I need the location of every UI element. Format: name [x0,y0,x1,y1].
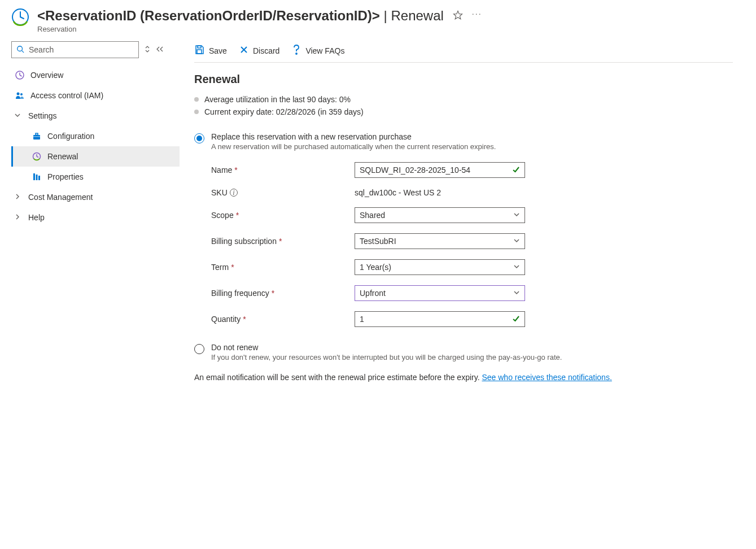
expand-collapse-icon[interactable] [145,45,150,55]
overview-icon [15,71,25,80]
name-input[interactable]: SQLDW_RI_02-28-2025_10-54 [355,162,525,178]
chevron-down-icon [513,263,520,272]
properties-icon [32,172,42,181]
status-text: Current expiry date: 02/28/2026 (in 359 … [204,107,364,116]
sidebar-item-label: Properties [47,172,84,181]
view-faqs-button[interactable]: View FAQs [292,45,344,56]
radio-button[interactable] [194,133,204,143]
chevron-down-icon [513,237,520,246]
billing-frequency-select[interactable]: Upfront [355,285,525,301]
content-area: Save Discard View FAQs Renewal Average u… [180,37,744,393]
term-select[interactable]: 1 Year(s) [355,259,525,275]
more-icon[interactable]: ··· [472,9,482,18]
check-icon [512,315,520,324]
option-replace[interactable]: Replace this reservation with a new rese… [194,132,733,151]
sidebar-item-label: Access control (IAM) [30,91,103,100]
title-main: <ReservationID (ReservationOrderID/Reser… [37,8,380,23]
search-icon [16,45,24,55]
billing-subscription-value: TestSubRI [360,237,396,246]
sidebar-item-configuration[interactable]: Configuration [11,126,180,146]
reservation-icon [11,8,29,26]
favorite-icon[interactable] [453,10,463,22]
chevron-down-icon [513,289,520,298]
svg-rect-18 [36,175,38,180]
status-text: Average utilization in the last 90 days:… [204,95,351,104]
svg-line-16 [37,156,38,158]
status-list: Average utilization in the last 90 days:… [194,95,733,116]
option-desc: A new reservation will be purchased auto… [211,142,496,151]
option-desc: If you don't renew, your resources won't… [211,353,562,361]
footer-note: An email notification will be sent with … [194,373,733,382]
sidebar-group-cost-management[interactable]: Cost Management [11,187,180,207]
footer-text: An email notification will be sent with … [194,373,482,382]
quantity-label: Quantity * [211,315,355,324]
sidebar-item-label: Settings [28,111,57,120]
toolbox-icon [32,132,42,141]
title-suffix: | Renewal [380,8,444,23]
svg-rect-21 [197,50,202,54]
renewal-icon [32,152,42,161]
discard-button[interactable]: Discard [239,45,279,56]
sidebar-item-label: Overview [30,71,63,80]
sidebar-item-overview[interactable]: Overview [11,65,180,85]
sidebar: Overview Access control (IAM) Settings C… [0,37,180,393]
svg-point-10 [20,93,23,95]
svg-line-5 [22,50,24,53]
svg-rect-13 [33,136,40,137]
save-button[interactable]: Save [194,45,227,56]
sidebar-item-renewal[interactable]: Renewal [11,146,180,167]
save-label: Save [209,46,227,55]
scope-select[interactable]: Shared [355,207,525,223]
quantity-input[interactable]: 1 [355,311,525,327]
sidebar-group-help[interactable]: Help [11,207,180,228]
sidebar-item-properties[interactable]: Properties [11,167,180,187]
chevron-down-icon [15,112,21,120]
svg-rect-20 [198,46,201,48]
discard-label: Discard [253,46,279,55]
scope-value: Shared [360,211,385,220]
svg-point-24 [296,53,297,54]
term-value: 1 Year(s) [360,263,391,272]
notifications-link[interactable]: See who receives these notifications. [482,373,611,382]
chevron-right-icon [15,213,21,221]
sidebar-item-access-control[interactable]: Access control (IAM) [11,85,180,106]
search-box[interactable] [11,41,139,58]
svg-point-4 [18,46,23,51]
question-icon [292,45,301,56]
search-input[interactable] [28,45,134,55]
quantity-value: 1 [360,315,364,324]
svg-rect-12 [36,133,38,135]
sku-value: sql_dw100c - West US 2 [355,188,441,197]
sidebar-item-label: Help [28,213,45,222]
collapse-sidebar-icon[interactable] [156,46,164,54]
chevron-down-icon [513,211,520,220]
svg-rect-17 [33,173,35,180]
billing-frequency-value: Upfront [360,289,386,298]
renewal-form: Name * SQLDW_RI_02-28-2025_10-54 SKU i s… [194,162,733,327]
name-value: SQLDW_RI_02-28-2025_10-54 [360,165,470,175]
option-do-not-renew[interactable]: Do not renew If you don't renew, your re… [194,343,733,361]
option-title: Do not renew [211,343,562,352]
option-title: Replace this reservation with a new rese… [211,132,496,141]
sidebar-group-settings[interactable]: Settings [11,106,180,126]
sku-label: SKU i [211,188,355,197]
save-icon [194,45,204,56]
info-icon[interactable]: i [230,189,238,197]
bullet-icon [194,110,199,114]
page-subtitle: Reservation [37,25,745,33]
people-icon [15,91,25,100]
svg-line-2 [20,17,24,19]
billing-subscription-label: Billing subscription * [211,237,355,246]
status-row: Current expiry date: 02/28/2026 (in 359 … [194,107,733,116]
svg-marker-3 [453,11,462,19]
svg-point-9 [17,93,20,95]
toolbar: Save Discard View FAQs [194,41,733,63]
svg-rect-11 [33,135,40,140]
sidebar-item-label: Cost Management [28,193,93,202]
discard-icon [239,45,248,56]
page-title: <ReservationID (ReservationOrderID/Reser… [37,8,444,24]
billing-subscription-select[interactable]: TestSubRI [355,233,525,249]
radio-button[interactable] [194,344,204,354]
scope-label: Scope * [211,211,355,220]
bullet-icon [194,97,199,102]
